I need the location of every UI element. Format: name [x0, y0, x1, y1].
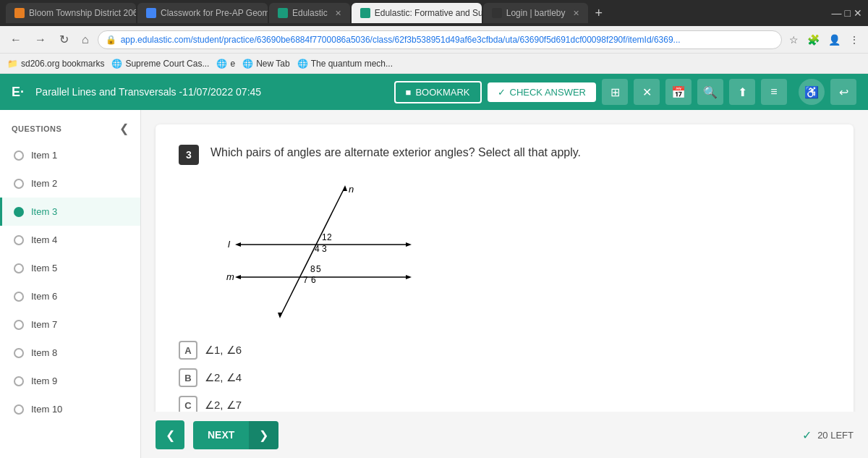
- main-layout: QUESTIONS ❮ Item 1 Item 2 Item 3 Item 4 …: [0, 110, 868, 458]
- close-icon-button[interactable]: ✕: [634, 79, 660, 105]
- diagram-svg: n l: [200, 179, 432, 324]
- sidebar-item-8[interactable]: Item 8: [0, 339, 140, 367]
- check-answer-button[interactable]: ✓ CHECK ANSWER: [488, 82, 596, 102]
- bookmark-label-sd206: sd206.org bookmarks: [21, 59, 104, 69]
- refresh-button[interactable]: ↻: [55, 30, 73, 49]
- next-arrow-button[interactable]: ❯: [249, 421, 278, 449]
- sidebar-item-2[interactable]: Item 2: [0, 169, 140, 198]
- question-card: 3 Which pairs of angles are alternate ex…: [156, 124, 854, 412]
- sidebar-item-4[interactable]: Item 4: [0, 226, 140, 254]
- search-icon-button[interactable]: 🔍: [697, 79, 723, 105]
- bookmark-sd206[interactable]: 📁 sd206.org bookmarks: [7, 59, 104, 69]
- more-button[interactable]: ⋮: [846, 31, 862, 48]
- svg-marker-10: [406, 275, 412, 279]
- lock-icon: 🔒: [106, 35, 116, 45]
- svg-line-0: [280, 187, 345, 317]
- sidebar-item-6[interactable]: Item 6: [0, 282, 140, 310]
- option-text-B: ∠2, ∠4: [205, 371, 242, 384]
- bookmark-label-quantum: The quantum mech...: [311, 59, 393, 69]
- check-answer-label: CHECK ANSWER: [510, 87, 586, 98]
- radio-item10: [14, 404, 24, 415]
- home-button[interactable]: ⌂: [77, 30, 93, 49]
- bookmark-label-e: e: [230, 59, 235, 69]
- back-button[interactable]: ←: [6, 30, 26, 49]
- option-text-C: ∠2, ∠7: [205, 399, 242, 412]
- next-label: NEXT: [193, 421, 249, 449]
- sidebar-label-3: Item 3: [31, 206, 57, 217]
- remaining-count: 20 LEFT: [817, 430, 854, 441]
- sidebar-collapse-button[interactable]: ❮: [119, 122, 129, 135]
- exit-button[interactable]: ↩: [830, 79, 856, 105]
- app-title: Parallel Lines and Transversals -11/07/2…: [35, 86, 383, 98]
- forward-button[interactable]: →: [30, 30, 51, 49]
- option-B[interactable]: B ∠2, ∠4: [179, 368, 830, 387]
- bookmark-supremecourt[interactable]: 🌐 Supreme Court Cas...: [111, 59, 209, 69]
- sidebar-item-5[interactable]: Item 5: [0, 254, 140, 282]
- sidebar-item-9[interactable]: Item 9: [0, 367, 140, 395]
- bookmark-button[interactable]: ■ BOOKMARK: [394, 81, 482, 103]
- restore-button[interactable]: □: [845, 7, 851, 19]
- radio-item3: [14, 207, 24, 217]
- tab-close-bartleby[interactable]: ✕: [573, 9, 579, 18]
- sidebar-item-10[interactable]: Item 10: [0, 395, 140, 423]
- tab-bartleby[interactable]: Login | bartleby ✕: [483, 3, 588, 23]
- svg-text:l: l: [228, 239, 231, 250]
- svg-marker-5: [235, 242, 241, 247]
- tab-edulastic-formative[interactable]: Edulastic: Formative and Sum... ✕: [352, 3, 482, 23]
- upload-icon-button[interactable]: ⬆: [729, 79, 755, 105]
- content-area: 3 Which pairs of angles are alternate ex…: [141, 110, 868, 412]
- menu-icon-button[interactable]: ≡: [761, 79, 787, 105]
- bookmark-icon-sd206: 📁: [7, 59, 18, 69]
- minimize-button[interactable]: —: [832, 7, 842, 19]
- sidebar-item-1[interactable]: Item 1: [0, 141, 140, 169]
- svg-text:5: 5: [316, 264, 321, 274]
- tab-favicon-classwork: [146, 8, 156, 18]
- sidebar-label-5: Item 5: [31, 263, 57, 273]
- remaining-count-group: ✓ 20 LEFT: [802, 428, 854, 442]
- sidebar-label-8: Item 8: [31, 347, 57, 358]
- tab-close-edulastic[interactable]: ✕: [335, 9, 341, 18]
- tab-favicon-bartleby: [492, 8, 502, 18]
- bookmark-e[interactable]: 🌐 e: [216, 59, 235, 69]
- extensions-button[interactable]: 🧩: [804, 31, 822, 48]
- sidebar-header: QUESTIONS ❮: [0, 110, 140, 141]
- accessibility-button[interactable]: ♿: [799, 79, 825, 105]
- option-label-A: A: [179, 341, 197, 360]
- logo-text: E·: [12, 85, 24, 100]
- header-right: ♿ ↩: [799, 79, 856, 105]
- bookmark-quantum[interactable]: 🌐 The quantum mech...: [297, 59, 393, 69]
- radio-item8: [14, 348, 24, 358]
- calculator-icon-button[interactable]: 📅: [665, 79, 692, 105]
- new-tab-button[interactable]: +: [590, 6, 609, 21]
- tab-label-edulastic-formative: Edulastic: Formative and Sum...: [375, 8, 482, 18]
- bookmark-label-supremecourt: Supreme Court Cas...: [125, 59, 209, 69]
- sidebar-item-3[interactable]: Item 3: [0, 198, 140, 226]
- sidebar-label-6: Item 6: [31, 291, 57, 302]
- option-A[interactable]: A ∠1, ∠6: [179, 341, 830, 360]
- tab-bloom[interactable]: Bloom Township District 206 ✕: [6, 3, 136, 23]
- grid-icon-button[interactable]: ⊞: [602, 79, 628, 105]
- option-C[interactable]: C ∠2, ∠7: [179, 396, 830, 412]
- close-button[interactable]: ✕: [854, 7, 862, 19]
- question-number: 3: [179, 145, 199, 165]
- sidebar-label-2: Item 2: [31, 178, 57, 189]
- svg-text:4: 4: [315, 244, 320, 254]
- tab-classwork[interactable]: Classwork for Pre-AP Geomet... ✕: [137, 3, 268, 23]
- svg-text:8: 8: [310, 264, 315, 274]
- tab-label-bartleby: Login | bartleby: [506, 8, 566, 18]
- bookmark-newtab[interactable]: 🌐 New Tab: [242, 59, 289, 69]
- bookmark-icon-quantum: 🌐: [297, 59, 308, 69]
- tab-favicon-edulastic-formative: [360, 8, 370, 18]
- svg-text:1: 1: [322, 232, 327, 242]
- svg-marker-9: [235, 275, 241, 279]
- sidebar-item-7[interactable]: Item 7: [0, 310, 140, 339]
- address-bar[interactable]: 🔒 app.edulastic.com/student/practice/636…: [98, 30, 782, 49]
- address-text: app.edulastic.com/student/practice/63690…: [121, 35, 681, 45]
- radio-item7: [14, 320, 24, 330]
- profile-button[interactable]: 👤: [825, 31, 843, 48]
- svg-marker-1: [343, 185, 347, 191]
- option-text-A: ∠1, ∠6: [205, 344, 242, 357]
- tab-edulastic[interactable]: Edulastic ✕: [269, 3, 350, 23]
- bookmark-star-button[interactable]: ☆: [786, 31, 801, 48]
- previous-button[interactable]: ❮: [156, 420, 184, 449]
